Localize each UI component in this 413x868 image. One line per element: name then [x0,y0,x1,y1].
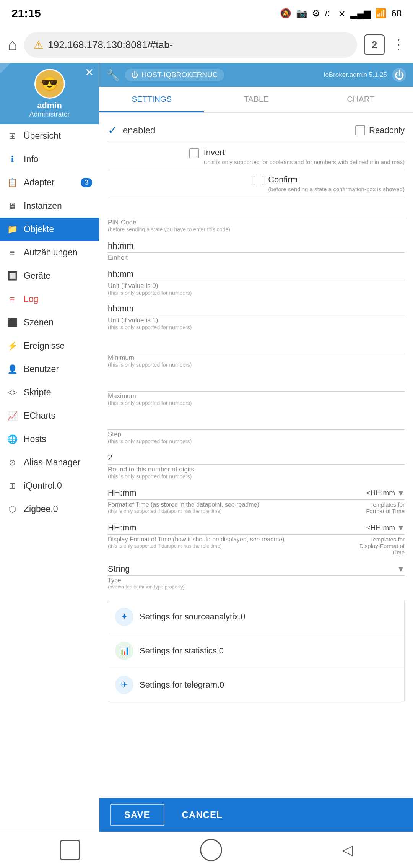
nav-square-button[interactable] [60,840,80,860]
pin-code-field: PIN-Code (before sending a state you hav… [108,197,405,236]
invert-label: Invert [204,148,405,158]
pin-code-label: PIN-Code [108,219,405,226]
sidebar-item-alias[interactable]: ⊙ Alias-Manager [0,451,99,474]
sidebar-item-objekte[interactable]: 📁 Objekte [0,218,99,241]
unit2-field: hh:mm Unit (if value is 0) (this is only… [108,264,405,298]
type-label: Type [108,577,405,584]
format-time-dropdown[interactable]: <HH:mm ▼ [366,489,405,497]
main-content: 🔧 ⏻ HOST-IQBROKERNUC ioBroker.admin 5.1.… [99,63,413,832]
tab-bar: SETTINGS TABLE CHART [99,87,413,113]
sidebar-item-ereignisse[interactable]: ⚡ Ereignisse [0,334,99,358]
sourceanalytix-icon: ✦ [115,608,133,626]
avatar: 😎 [34,69,65,99]
pin-code-input[interactable] [108,203,405,218]
readonly-label: Readonly [369,125,405,135]
round-hint: (this is only supported for numbers) [108,473,405,480]
sidebar-item-szenen[interactable]: ⬛ Szenen [0,311,99,334]
unit2-label: Unit (if value is 0) [108,282,405,290]
version-label: ioBroker.admin 5.1.25 [324,71,387,79]
step-hint: (this is only supported for numbers) [108,438,405,444]
confirm-checkbox[interactable] [254,176,263,185]
nav-back-button[interactable]: ◁ [342,842,353,858]
sidebar-item-log[interactable]: ≡ Log [0,288,99,311]
tab-count-badge[interactable]: 2 [364,34,385,55]
zigbee-icon: ⬡ [7,504,18,514]
menu-dots[interactable]: ⋮ [392,37,405,53]
wifi-icon: 📶 [375,8,387,19]
sidebar-item-adapter[interactable]: 📋 Adapter 3 [0,171,99,194]
tab-settings[interactable]: SETTINGS [99,87,204,112]
sidebar: ✕ 😎 admin Administrator ⊞ Übersicht ℹ In… [0,63,99,832]
avatar-name: admin [37,101,62,111]
format-time-field: HH:mm <HH:mm ▼ Format of Time (as stored… [108,482,405,517]
format-time-label: Format of Time (as stored in the datapoi… [108,501,355,508]
power-icon[interactable]: ⏻ [392,68,406,82]
statistics-section[interactable]: 📊 Settings for statistics.0 [108,634,404,668]
tool-icon[interactable]: 🔧 [106,69,120,81]
maximum-input[interactable] [108,377,405,392]
host-chip[interactable]: ⏻ HOST-IQBROKERNUC [125,69,224,81]
display-format-dropdown[interactable]: <HH:mm ▼ [366,523,405,532]
minimum-input[interactable] [108,338,405,353]
format-time-hint: (this is only supported if datapoint has… [108,508,355,514]
settings-sections: ✦ Settings for sourceanalytix.0 📊 Settin… [108,600,405,702]
host-label: HOST-IQBROKERNUC [141,71,218,79]
display-format-field: HH:mm <HH:mm ▼ Display-Format of Time (h… [108,517,405,558]
step-input[interactable] [108,415,405,430]
tab-table[interactable]: TABLE [204,87,308,112]
cancel-button[interactable]: CANCEL [171,805,233,825]
avatar-close-icon[interactable]: ✕ [85,66,94,79]
sidebar-item-iqontrol[interactable]: ⊞ iQontrol.0 [0,474,99,497]
sidebar-item-aufzaehlungen[interactable]: ≡ Aufzählungen [0,241,99,264]
tab-chart[interactable]: CHART [309,87,413,112]
round-field: 2 Round to this number of digits (this i… [108,447,405,482]
invert-hint: (this is only supported for booleans and… [204,159,405,165]
format-time-templates: Templates for Format of Time [355,501,405,514]
settings-icon: ⚙ [312,8,320,19]
invert-checkbox[interactable] [189,148,199,158]
avatar-corner [0,63,11,74]
pin-code-hint: (before sending a state you have to ente… [108,226,405,232]
sidebar-item-uebersicht[interactable]: ⊞ Übersicht [0,124,99,148]
unit3-value: hh:mm [108,302,405,315]
minimum-label: Minimum [108,354,405,362]
type-value: String [108,564,397,574]
url-bar[interactable]: ⚠ 192.168.178.130:8081/#tab- [24,32,357,58]
browser-bar: ⌂ ⚠ 192.168.178.130:8081/#tab- 2 ⋮ [0,27,413,63]
sidebar-item-zigbee[interactable]: ⬡ Zigbee.0 [0,497,99,521]
enabled-label: enabled [123,125,155,136]
sidebar-avatar: ✕ 😎 admin Administrator [0,63,99,124]
sidebar-item-benutzer[interactable]: 👤 Benutzer [0,358,99,381]
minimum-field: Minimum (this is only supported for numb… [108,333,405,371]
nav-bar: ◁ [0,832,413,868]
sourceanalytix-section[interactable]: ✦ Settings for sourceanalytix.0 [108,600,404,634]
unit1-value: hh:mm [108,239,405,253]
telegram-section[interactable]: ✈ Settings for telegram.0 [108,668,404,702]
round-label: Round to this number of digits [108,466,405,473]
home-button[interactable]: ⌂ [8,36,17,54]
sidebar-item-instanzen[interactable]: 🖥 Instanzen [0,194,99,218]
sidebar-item-skripte[interactable]: <> Skripte [0,381,99,404]
mute-icon: /: [325,8,330,18]
statistics-icon: 📊 [115,642,133,660]
save-button[interactable]: SAVE [110,804,164,826]
readonly-checkbox[interactable] [355,125,365,135]
nav-circle-button[interactable] [200,839,222,861]
display-format-hint: (this is only supported if datapoint has… [108,543,355,549]
battery-icon: 68 [391,8,402,19]
aufzaehlungen-icon: ≡ [7,248,18,258]
type-field: String ▼ Type (overwrites common.type pr… [108,558,405,592]
sidebar-item-echarts[interactable]: 📈 ECharts [0,404,99,427]
maximum-field: Maximum (this is only supported for numb… [108,371,405,409]
confirm-hint: (before sending a state a confirmation-b… [268,186,405,192]
display-format-value: HH:mm [108,523,366,533]
sidebar-item-info[interactable]: ℹ Info [0,148,99,171]
maximum-hint: (this is only supported for numbers) [108,400,405,406]
sidebar-item-geraete[interactable]: 🔲 Geräte [0,264,99,288]
adapter-badge: 3 [81,178,92,187]
sidebar-item-hosts[interactable]: 🌐 Hosts [0,427,99,451]
unit1-label: Einheit [108,254,405,262]
unit2-value: hh:mm [108,268,405,281]
url-text: 192.168.178.130:8081/#tab- [48,39,173,51]
adapter-icon: 📋 [7,178,18,188]
